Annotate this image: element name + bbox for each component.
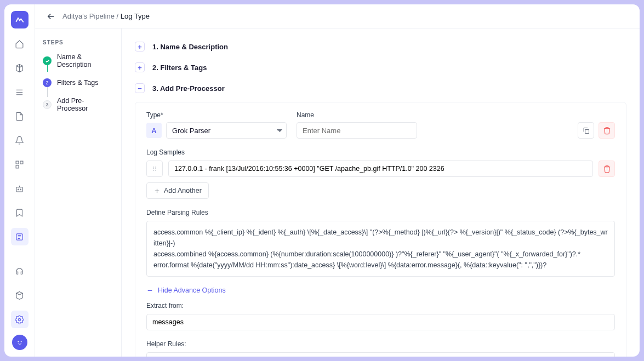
svg-rect-0 <box>16 161 19 164</box>
type-select[interactable]: Grok Parser <box>166 122 287 139</box>
content-area: + 1. Name & Description + 2. Filters & T… <box>122 28 640 357</box>
svg-point-11 <box>153 167 154 168</box>
delete-sample-button[interactable] <box>599 161 615 177</box>
bookmark-icon[interactable] <box>11 204 29 221</box>
list-icon[interactable] <box>11 83 29 101</box>
svg-rect-3 <box>16 187 22 192</box>
steps-heading: STEPS <box>43 39 113 45</box>
parsing-rules-label: Define Parsing Rules <box>146 209 615 216</box>
step-name-description[interactable]: Name & Description <box>43 53 113 68</box>
log-sample-row <box>146 161 615 177</box>
expand-icon[interactable]: + <box>135 42 145 51</box>
parsing-rules-input[interactable]: access.common %{_client_ip} %{_ident} %{… <box>146 221 615 277</box>
svg-point-4 <box>18 189 19 190</box>
svg-point-7 <box>18 318 20 320</box>
top-bar: Aditya's Pipeline / Log Type <box>35 4 640 28</box>
breadcrumb-parent[interactable]: Aditya's Pipeline <box>62 12 115 20</box>
svg-point-8 <box>18 341 19 342</box>
svg-rect-1 <box>20 161 23 164</box>
name-input[interactable] <box>297 122 417 139</box>
app-logo <box>11 11 29 28</box>
step-number-badge: 2 <box>43 78 52 87</box>
drag-handle-icon[interactable] <box>146 161 163 177</box>
type-label: Type* <box>146 111 287 119</box>
processor-letter: A <box>146 123 162 138</box>
robot-icon[interactable] <box>11 180 29 197</box>
breadcrumb-current: Log Type <box>121 12 150 20</box>
user-avatar[interactable] <box>12 335 27 350</box>
svg-point-13 <box>153 168 154 169</box>
copy-button[interactable] <box>578 122 594 139</box>
hide-advance-options-link[interactable]: Hide Advance Options <box>146 286 615 294</box>
expand-icon[interactable]: + <box>135 62 145 72</box>
step-add-preprocessor[interactable]: 3 Add Pre-Processor <box>43 97 113 112</box>
svg-rect-2 <box>16 165 19 168</box>
icon-rail <box>4 4 35 357</box>
breadcrumb: Aditya's Pipeline / Log Type <box>62 12 150 20</box>
section-name-description[interactable]: + 1. Name & Description <box>122 36 640 57</box>
step-filters-tags[interactable]: 2 Filters & Tags <box>43 78 113 87</box>
svg-rect-10 <box>585 129 589 133</box>
home-icon[interactable] <box>11 35 29 53</box>
helper-rules-label: Helper Rules: <box>146 340 615 348</box>
svg-point-14 <box>155 168 156 169</box>
helper-rules-input[interactable]: _auth %{notSpace:http.auth:nullIf("-")} … <box>146 352 615 357</box>
log-samples-label: Log Samples <box>146 148 615 156</box>
name-label: Name <box>297 111 417 119</box>
section-add-preprocessor[interactable]: − 3. Add Pre-Processor <box>122 78 640 99</box>
svg-point-9 <box>20 341 21 342</box>
package-icon[interactable] <box>11 286 29 304</box>
settings-icon[interactable] <box>11 311 29 328</box>
step-number-badge: 3 <box>43 100 52 109</box>
section-filters-tags[interactable]: + 2. Filters & Tags <box>122 57 640 78</box>
svg-point-5 <box>20 189 21 190</box>
cube-icon[interactable] <box>11 59 29 77</box>
pipeline-icon[interactable] <box>11 228 29 245</box>
extract-from-label: Extract from: <box>146 302 615 310</box>
modules-icon[interactable] <box>11 156 29 173</box>
add-another-button[interactable]: Add Another <box>146 182 209 199</box>
log-sample-input[interactable] <box>168 161 593 177</box>
back-button[interactable] <box>46 12 56 21</box>
steps-panel: STEPS Name & Description 2 Filters & Tag… <box>35 28 122 357</box>
svg-point-16 <box>155 170 156 171</box>
collapse-icon[interactable]: − <box>135 83 145 93</box>
bell-icon[interactable] <box>11 131 29 149</box>
delete-processor-button[interactable] <box>599 122 615 139</box>
svg-point-12 <box>155 167 156 168</box>
processor-card: Type* A Grok Parser Name <box>135 102 626 357</box>
headset-icon[interactable] <box>11 262 29 280</box>
extract-from-input[interactable] <box>146 314 615 330</box>
document-icon[interactable] <box>11 107 29 125</box>
svg-point-15 <box>153 170 154 171</box>
